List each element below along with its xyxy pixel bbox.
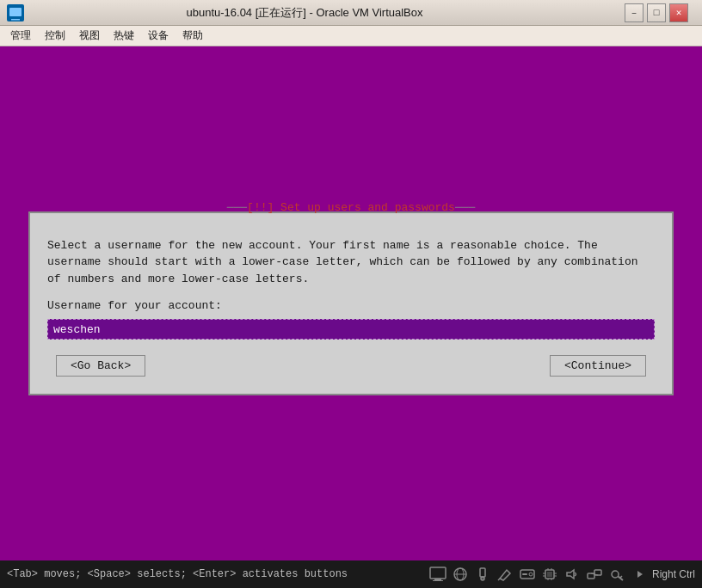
svg-point-15 (529, 573, 533, 576)
menu-help[interactable]: 帮助 (176, 27, 210, 45)
status-icon-shared[interactable] (585, 565, 604, 584)
minimize-button[interactable]: – (625, 3, 644, 22)
input-label: Username for your account: (47, 299, 655, 312)
statusbar-icons (428, 565, 649, 584)
status-icon-key[interactable] (607, 565, 626, 584)
dialog-titlebar: ─── [!!] Set up users and passwords ─── (227, 201, 476, 214)
menu-manage[interactable]: 管理 (3, 27, 38, 45)
status-icon-screen[interactable] (428, 565, 447, 584)
svg-line-33 (620, 576, 622, 578)
status-icon-network[interactable] (451, 565, 470, 584)
svg-rect-1 (9, 8, 22, 16)
titlebar: ubuntu-16.04 [正在运行] - Oracle VM VirtualB… (0, 0, 702, 26)
svg-rect-5 (434, 579, 441, 580)
window-controls: – □ ✕ (625, 3, 688, 22)
statusbar: <Tab> moves; <Space> selects; <Enter> ac… (0, 560, 702, 588)
svg-line-13 (498, 579, 500, 580)
svg-rect-18 (547, 572, 552, 577)
dialog-description: Select a username for the new account. Y… (47, 237, 655, 288)
username-input[interactable] (47, 319, 655, 340)
status-icon-usb[interactable] (473, 565, 492, 584)
restore-button[interactable]: □ (647, 3, 666, 22)
svg-rect-3 (11, 19, 20, 21)
right-ctrl-label: Right Ctrl (652, 568, 695, 580)
dialog-title: [!!] Set up users and passwords (247, 201, 455, 214)
menu-devices[interactable]: 设备 (141, 27, 176, 45)
dialog-buttons: <Go Back> <Continue> (47, 355, 655, 377)
statusbar-text: <Tab> moves; <Space> selects; <Enter> ac… (7, 568, 428, 580)
dialog-body: Select a username for the new account. Y… (47, 237, 655, 377)
svg-rect-6 (433, 580, 443, 581)
svg-rect-16 (522, 573, 527, 575)
setup-dialog: ─── [!!] Set up users and passwords ─── … (28, 211, 674, 396)
svg-marker-27 (567, 570, 574, 579)
status-icon-audio[interactable] (563, 565, 582, 584)
status-icon-cpu[interactable] (540, 565, 559, 584)
window-title: ubuntu-16.04 [正在运行] - Oracle VM VirtualB… (29, 5, 580, 21)
go-back-button[interactable]: <Go Back> (56, 355, 145, 377)
svg-marker-34 (637, 571, 643, 578)
continue-button[interactable]: <Continue> (550, 355, 646, 377)
vm-display: ─── [!!] Set up users and passwords ─── … (0, 46, 702, 560)
status-icon-pen[interactable] (496, 565, 514, 584)
input-row (47, 319, 655, 340)
svg-rect-4 (430, 567, 446, 579)
menu-control[interactable]: 控制 (38, 27, 72, 45)
svg-rect-2 (13, 16, 18, 19)
svg-rect-10 (480, 568, 485, 577)
status-icon-hdd[interactable] (518, 565, 537, 584)
app-icon (7, 4, 24, 21)
close-button[interactable]: ✕ (669, 3, 688, 22)
svg-point-31 (612, 571, 619, 578)
menu-view[interactable]: 视图 (72, 27, 107, 45)
menu-hotkey[interactable]: 热键 (107, 27, 141, 45)
menubar: 管理 控制 视图 热键 设备 帮助 (0, 26, 702, 46)
status-icon-arrow[interactable] (630, 565, 649, 584)
